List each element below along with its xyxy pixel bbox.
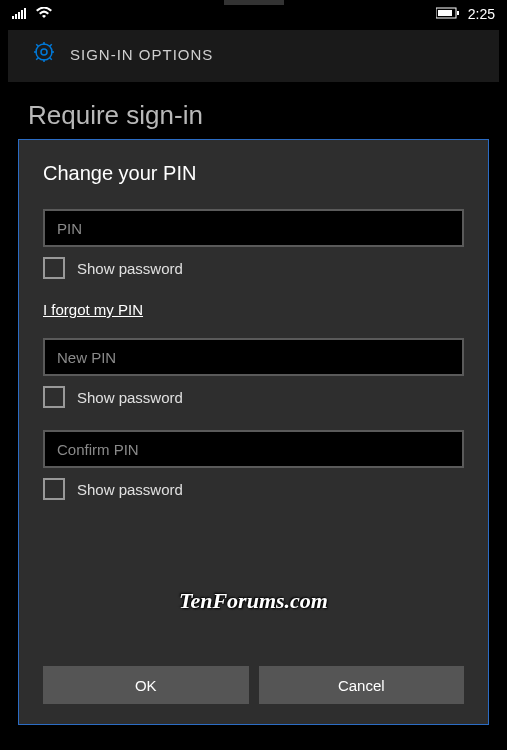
show-password-checkbox-3[interactable] bbox=[43, 478, 65, 500]
show-password-label-2: Show password bbox=[77, 389, 183, 406]
show-password-label-3: Show password bbox=[77, 481, 183, 498]
change-pin-dialog: Change your PIN Show password I forgot m… bbox=[18, 139, 489, 725]
svg-rect-6 bbox=[438, 10, 452, 16]
svg-rect-0 bbox=[12, 16, 14, 19]
current-pin-group: Show password bbox=[43, 209, 464, 279]
svg-rect-2 bbox=[18, 12, 20, 19]
gear-icon bbox=[32, 40, 56, 68]
show-password-checkbox-1[interactable] bbox=[43, 257, 65, 279]
confirm-pin-input[interactable] bbox=[43, 430, 464, 468]
battery-icon bbox=[436, 6, 460, 22]
svg-point-9 bbox=[36, 44, 52, 60]
svg-point-8 bbox=[41, 49, 47, 55]
page-title: SIGN-IN OPTIONS bbox=[70, 46, 213, 63]
dialog-title: Change your PIN bbox=[43, 162, 464, 185]
new-pin-group: Show password bbox=[43, 338, 464, 408]
svg-rect-4 bbox=[24, 8, 26, 19]
section-title: Require sign-in bbox=[0, 82, 507, 139]
status-time: 2:25 bbox=[468, 6, 495, 22]
top-notch bbox=[224, 0, 284, 5]
dialog-buttons: OK Cancel bbox=[43, 666, 464, 704]
svg-rect-1 bbox=[15, 14, 17, 19]
ok-button[interactable]: OK bbox=[43, 666, 249, 704]
cancel-button[interactable]: Cancel bbox=[259, 666, 465, 704]
wifi-icon bbox=[36, 6, 52, 22]
confirm-pin-group: Show password bbox=[43, 430, 464, 500]
signal-icon bbox=[12, 6, 28, 22]
new-pin-input[interactable] bbox=[43, 338, 464, 376]
svg-rect-7 bbox=[457, 11, 459, 15]
show-password-checkbox-2[interactable] bbox=[43, 386, 65, 408]
page-header: SIGN-IN OPTIONS bbox=[8, 30, 499, 82]
svg-rect-3 bbox=[21, 10, 23, 19]
forgot-pin-link[interactable]: I forgot my PIN bbox=[43, 301, 464, 318]
pin-input[interactable] bbox=[43, 209, 464, 247]
show-password-label-1: Show password bbox=[77, 260, 183, 277]
